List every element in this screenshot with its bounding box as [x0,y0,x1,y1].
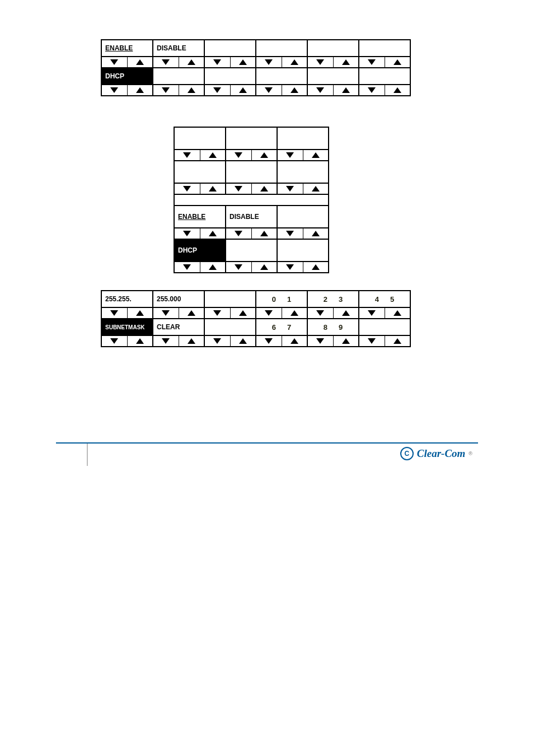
panel1-btncell-r0c1 [152,56,205,68]
up-icon [136,338,144,344]
up-icon [209,264,217,270]
digit-2: 2 [324,295,327,304]
digit-3: 3 [339,295,343,304]
down-icon [162,87,170,93]
up-icon [239,310,247,316]
panel1-btncell-r1c2 [204,84,256,96]
panel2-btnrow-4 [174,262,334,273]
panel3-btnrow-1 [101,336,419,347]
panel3-cell-r1c3: 67 [255,318,308,336]
panel3-btncell-r0c2 [204,307,256,319]
down-icon [316,338,324,344]
panel1-btncell-r1c0 [101,84,153,96]
up-icon [136,59,144,65]
panel3-btncell-r1c5 [358,335,411,347]
panel1-cell-r0c1: DISABLE [152,39,205,57]
panel1-btncell-r1c5 [358,84,411,96]
brand-name: Clear-Com [417,447,466,460]
down-icon [183,152,191,158]
panel2-btncell-r4c0 [174,261,226,273]
panel2-cell-r1c1 [225,160,278,184]
down-icon [316,87,324,93]
digit-0: 0 [272,295,276,304]
page-footer: C Clear-Com® [56,442,478,466]
up-icon [291,87,298,93]
panel1-cell-r0c3 [255,39,308,57]
panel1-btncell-r0c2 [204,56,256,68]
panel2-btncell-r0c2 [277,149,329,161]
panel2-cell-r0c0 [174,127,226,150]
up-icon [209,231,217,236]
down-icon [286,264,294,270]
panel3-cell-r0c5: 45 [358,290,411,308]
up-icon [260,231,268,236]
down-icon [368,87,376,93]
down-icon [110,338,118,344]
panel1-cell-r1c0: DHCP [101,67,153,85]
digit-7: 7 [287,323,291,332]
panel3-btncell-r0c3 [255,307,308,319]
panel1-cell-r1c1 [152,67,205,85]
panel1-cell-r1c3 [255,67,308,85]
up-icon [312,264,320,270]
panel1-btnrow-1 [101,85,419,96]
up-icon [291,338,298,344]
up-icon [188,310,195,316]
down-icon [162,338,170,344]
down-icon [162,310,170,316]
panel2-btncell-r1c0 [174,183,226,195]
panel1-cell-r0c4 [307,39,359,57]
up-icon [188,87,195,93]
panel-1: ENABLE DISABLE DHCP [101,39,419,96]
digit-8: 8 [324,323,327,332]
panel3-btncell-r1c0 [101,335,153,347]
panel2-btnrow-0 [174,150,334,161]
panel3-cell-r1c4: 89 [307,318,359,336]
panel3-btnrow-0 [101,308,419,319]
panel3-btncell-r0c1 [152,307,205,319]
panel2-btncell-r1c1 [225,183,278,195]
panel2-cell-r4c1 [225,239,278,262]
down-icon [235,186,242,192]
down-icon [286,231,294,236]
down-icon [265,338,273,344]
panel2-btncell-r3c0 [174,227,226,240]
panel3-btncell-r1c3 [255,335,308,347]
up-icon [312,186,320,192]
up-icon [188,59,195,65]
panel3-cell-r0c4: 23 [307,290,359,308]
panel2-btncell-r4c2 [277,261,329,273]
footer-divider [87,444,88,466]
down-icon [213,87,221,93]
down-icon [183,264,191,270]
trademark-icon: ® [469,451,472,456]
up-icon [188,338,195,344]
panel3-btncell-r1c2 [204,335,256,347]
panel2-cell-r3c2 [277,205,329,228]
panel2-cell-r0c2 [277,127,329,150]
panel3-btncell-r0c5 [358,307,411,319]
up-icon [260,152,268,158]
down-icon [286,152,294,158]
panel2-btnrow-1 [174,184,334,195]
down-icon [183,186,191,192]
down-icon [110,310,118,316]
up-icon [291,310,298,316]
down-icon [162,59,170,65]
panel2-btncell-r1c2 [277,183,329,195]
down-icon [265,59,273,65]
panel3-btncell-r0c0 [101,307,153,319]
panel2-btncell-r0c1 [225,149,278,161]
down-icon [235,152,242,158]
panel1-cell-r1c4 [307,67,359,85]
panel2-btncell-r3c2 [277,227,329,240]
up-icon [312,231,320,236]
panel3-cell-r0c0: 255.255. [101,290,153,308]
up-icon [239,59,247,65]
panel3-cell-r1c0: SUBNETMASK [101,318,153,336]
panel2-cell-r4c2 [277,239,329,262]
down-icon [213,310,221,316]
up-icon [239,87,247,93]
panel1-cell-r0c2 [204,39,256,57]
panel1-btnrow-0 [101,57,419,68]
